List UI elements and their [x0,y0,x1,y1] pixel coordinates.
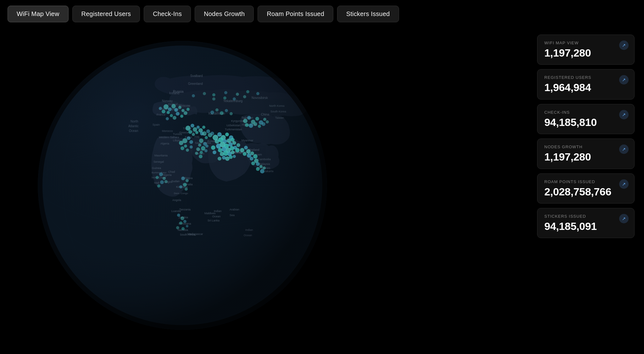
stat-card-roam-points-issued[interactable]: ROAM POINTS ISSUED2,028,758,766↗ [537,173,635,204]
stat-card-wifi-map-view[interactable]: WIFI MAP VIEW1,197,280↗ [537,35,635,65]
stat-value: 2,028,758,766 [544,186,627,198]
stat-card-stickers-issued[interactable]: STICKERS ISSUED94,185,091↗ [537,208,635,238]
external-link-icon[interactable]: ↗ [619,41,629,50]
stats-panel: WIFI MAP VIEW1,197,280↗REGISTERED USERS1… [537,35,635,238]
nav-btn-nodes-growth[interactable]: Nodes Growth [195,6,254,22]
stat-value: 1,197,280 [544,151,627,163]
stat-card-registered-users[interactable]: REGISTERED USERS1,964,984↗ [537,69,635,99]
stat-label: CHECK-INS [544,110,627,115]
stat-value: 94,185,810 [544,117,627,128]
external-link-icon[interactable]: ↗ [619,214,629,223]
globe-container: Russia Svalbard Greenland Iceland Norway… [16,28,349,342]
nav-btn-stickers-issued[interactable]: Stickers Issued [337,6,399,22]
stat-card-check-ins[interactable]: CHECK-INS94,185,810↗ [537,104,635,134]
stat-label: WIFI MAP VIEW [544,41,627,45]
stat-value: 1,964,984 [544,82,627,93]
globe-map: Russia Svalbard Greenland Iceland Norway… [38,41,327,330]
nav-btn-registered-users[interactable]: Registered Users [72,6,140,22]
external-link-icon[interactable]: ↗ [619,110,629,119]
nav-btn-roam-points-issued[interactable]: Roam Points Issued [258,6,333,22]
external-link-icon[interactable]: ↗ [619,144,629,154]
nav-btn-check-ins[interactable]: Check-Ins [144,6,191,22]
top-navigation: WiFi Map ViewRegistered UsersCheck-InsNo… [0,0,407,28]
stat-value: 1,197,280 [544,47,627,59]
stat-label: STICKERS ISSUED [544,214,627,219]
stat-card-nodes-growth[interactable]: NODES GROWTH1,197,280↗ [537,139,635,169]
stat-label: ROAM POINTS ISSUED [544,179,627,184]
stat-label: NODES GROWTH [544,144,627,149]
external-link-icon[interactable]: ↗ [619,179,629,189]
stat-value: 94,185,091 [544,221,627,232]
nav-btn-wifi-map-view[interactable]: WiFi Map View [8,6,69,22]
stat-label: REGISTERED USERS [544,75,627,80]
